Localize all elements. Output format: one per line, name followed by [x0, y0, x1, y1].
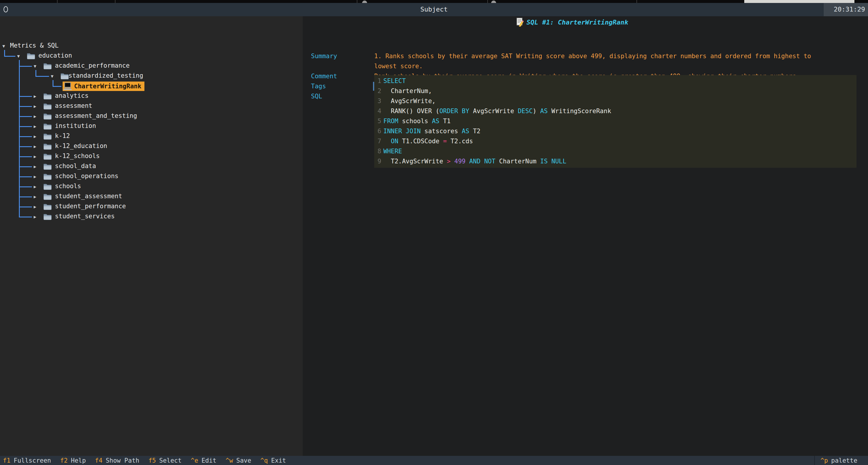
sql-token-id: satscores: [421, 128, 462, 135]
sql-token-id: AvgScrWrite: [469, 107, 518, 115]
tree-item-label: school_data: [55, 162, 96, 169]
sql-token-kw: NOT: [484, 158, 495, 165]
tree-item-academic-performance[interactable]: ▼academic_performance: [0, 61, 303, 71]
chevron-collapsed-icon[interactable]: ▶: [34, 103, 36, 109]
tree-item-education[interactable]: ▼education: [0, 51, 303, 61]
tree-item-charterwritingrank[interactable]: CharterWritingRank: [0, 81, 303, 91]
status-divider: [814, 456, 815, 465]
tree-item-institution[interactable]: ▶institution: [0, 121, 303, 131]
shortcut-fullscreen[interactable]: f1Fullscreen: [3, 457, 51, 464]
chevron-collapsed-icon[interactable]: ▶: [34, 123, 36, 129]
folder-icon: [43, 183, 52, 190]
sql-token-id: CharterNum,: [383, 88, 432, 95]
chevron-collapsed-icon[interactable]: ▶: [34, 133, 36, 140]
background-tab-strip: [0, 0, 868, 3]
selected-tree-item[interactable]: CharterWritingRank: [63, 82, 145, 91]
tree-item-label: assessment_and_testing: [55, 112, 137, 119]
tree-item-school-data[interactable]: ▶school_data: [0, 162, 303, 172]
active-tab-fragment: [744, 0, 855, 3]
sql-token-id: RANK() OVER (: [383, 107, 439, 115]
sql-token-kw: AS: [462, 128, 469, 135]
chevron-expanded-icon[interactable]: ▼: [2, 43, 5, 49]
shortcut-key: f2: [60, 457, 68, 464]
shortcut-save[interactable]: ^wSave: [226, 457, 251, 464]
tree-item-school-operations[interactable]: ▶school_operations: [0, 172, 303, 182]
folder-icon-wrap: [27, 53, 35, 61]
sql-token-id: T2.AvgScrWrite: [383, 158, 447, 165]
chevron-expanded-icon[interactable]: ▼: [51, 73, 54, 79]
folder-icon: [43, 213, 52, 220]
tree-item-assessment[interactable]: ▶assessment: [0, 101, 303, 112]
sql-line-3: 3 AvgScrWrite,: [377, 96, 857, 106]
chevron-collapsed-icon[interactable]: ▶: [34, 154, 36, 159]
chevron-collapsed-icon[interactable]: ▶: [34, 204, 36, 210]
tree-item-student-services[interactable]: ▶student_services: [0, 212, 303, 222]
folder-icon: [43, 123, 52, 130]
chevron-collapsed-icon[interactable]: ▶: [34, 93, 36, 99]
folder-icon-wrap: [43, 133, 52, 142]
sql-token-kw: FROM: [383, 118, 398, 125]
tree-item-label: education: [38, 52, 72, 59]
sql-label: SQL: [311, 91, 322, 101]
tab-favicon-icon: [362, 1, 367, 3]
sql-token-id: [480, 158, 484, 165]
chevron-collapsed-icon[interactable]: ▶: [34, 194, 36, 200]
chevron-expanded-icon[interactable]: ▼: [17, 53, 20, 59]
shortcut-edit[interactable]: ^eEdit: [191, 457, 216, 464]
shortcut-exit[interactable]: ^qExit: [260, 457, 286, 464]
tab-divider: [57, 0, 58, 3]
sql-line-1: 1SELECT: [377, 76, 857, 86]
tree-item-standardized-testing[interactable]: ▼standardized_testing: [0, 71, 303, 81]
tree-item-student-assessment[interactable]: ▶student_assessment: [0, 192, 303, 202]
sql-token-id: CharterNum: [495, 158, 540, 165]
line-number: 2: [377, 86, 381, 96]
folder-icon-wrap: [43, 213, 52, 222]
chevron-expanded-icon[interactable]: ▼: [34, 63, 36, 69]
sql-token-kw: NULL: [551, 158, 566, 165]
tree-item-label: k-12_schools: [55, 152, 100, 159]
chevron-collapsed-icon[interactable]: ▶: [34, 114, 36, 119]
shortcut-show-path[interactable]: f4Show Path: [95, 457, 140, 464]
tree-item-metrics-sql[interactable]: ▼Metrics & SQL: [0, 41, 303, 51]
palette-shortcut[interactable]: ^p palette: [820, 456, 857, 465]
tree-item-student-performance[interactable]: ▶student_performance: [0, 202, 303, 212]
shortcut-key: ^w: [226, 457, 233, 464]
chevron-collapsed-icon[interactable]: ▶: [34, 214, 36, 220]
tree-item-label: institution: [55, 122, 96, 129]
line-number: 1: [377, 76, 381, 86]
shortcut-label: Help: [71, 457, 86, 464]
tree-item-k-12-education[interactable]: ▶k-12_education: [0, 142, 303, 152]
chevron-collapsed-icon[interactable]: ▶: [34, 184, 36, 190]
chevron-collapsed-icon[interactable]: ▶: [34, 144, 36, 150]
line-number: 3: [377, 96, 381, 106]
window-title: Subject: [0, 6, 868, 13]
chevron-collapsed-icon[interactable]: ▶: [34, 164, 36, 169]
folder-icon: [43, 143, 52, 150]
shortcut-help[interactable]: f2Help: [60, 457, 86, 464]
shortcut-label: Edit: [202, 457, 216, 464]
tree-item-label: student_assessment: [55, 193, 122, 200]
shortcut-label: Fullscreen: [13, 457, 51, 464]
shortcut-label: Select: [159, 457, 182, 464]
tree-item-label: student_services: [55, 213, 115, 220]
sql-token-kw: DESC: [518, 107, 533, 115]
tree-item-analytics[interactable]: ▶analytics: [0, 91, 303, 101]
tree-item-assessment-and-testing[interactable]: ▶assessment_and_testing: [0, 112, 303, 121]
tree-item-schools[interactable]: ▶schools: [0, 182, 303, 192]
tree-item-label: Metrics & SQL: [10, 42, 59, 49]
sql-token-id: T1: [439, 118, 451, 125]
folder-icon-wrap: [43, 173, 52, 182]
sql-token-kw: ORDER BY: [439, 107, 469, 115]
sql-line-9: 9 T2.AvgScrWrite > 499 AND NOT CharterNu…: [377, 156, 857, 166]
chevron-collapsed-icon[interactable]: ▶: [34, 174, 36, 180]
palette-label: palette: [831, 457, 857, 464]
tree-item-k-12[interactable]: ▶k-12: [0, 131, 303, 142]
shortcut-select[interactable]: f5Select: [149, 457, 182, 464]
line-number: 9: [377, 156, 381, 166]
tree-item-k-12-schools[interactable]: ▶k-12_schools: [0, 152, 303, 162]
folder-icon: [43, 133, 52, 140]
detail-header: SQL #1: CharterWritingRank: [303, 17, 841, 27]
folder-icon: [43, 163, 52, 170]
clock-segment: 20:31:29: [824, 3, 868, 16]
folder-icon: [43, 193, 52, 200]
